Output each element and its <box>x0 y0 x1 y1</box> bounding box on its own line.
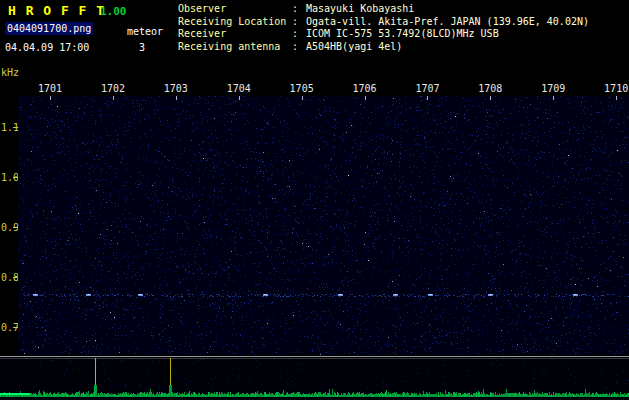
time-tick-label: 1703 <box>164 83 188 94</box>
info-label: Receiving Location <box>178 16 292 29</box>
mode-label: meteor <box>127 26 163 37</box>
time-tick-label: 1705 <box>290 83 314 94</box>
info-row: Observer: Masayuki Kobayashi <box>178 3 589 16</box>
info-row: Receiving antenna: A504HB(yagi 4el) <box>178 41 589 54</box>
time-tick-label: 1708 <box>478 83 502 94</box>
echo-count: 3 <box>139 42 145 53</box>
freq-tick-label: 1.1 <box>1 122 19 133</box>
info-colon: : <box>292 16 306 29</box>
info-label: Receiving antenna <box>178 41 292 54</box>
info-colon: : <box>292 28 306 41</box>
freq-axis-unit: kHz <box>1 67 19 78</box>
time-tick-label: 1709 <box>541 83 565 94</box>
freq-tick-label: 0.8 <box>1 272 19 283</box>
info-row: Receiving Location: Ogata-vill. Akita-Pr… <box>178 16 589 29</box>
info-colon: : <box>292 41 306 54</box>
output-filename: 0404091700.png <box>5 22 93 35</box>
info-row: Receiver: ICOM IC-575 53.7492(8LCD)MHz U… <box>178 28 589 41</box>
time-tick-label: 1701 <box>38 83 62 94</box>
info-value: ICOM IC-575 53.7492(8LCD)MHz USB <box>306 28 499 41</box>
info-value: Masayuki Kobayashi <box>306 3 414 16</box>
time-tick-label: 1710 <box>604 83 628 94</box>
freq-tick-label: 0.7 <box>1 322 19 333</box>
datetime-label: 04.04.09 17:00 <box>5 42 89 53</box>
info-label: Observer <box>178 3 292 16</box>
observer-info-block: Observer: Masayuki KobayashiReceiving Lo… <box>178 3 589 53</box>
time-tick-label: 1704 <box>227 83 251 94</box>
spectrogram-canvas <box>18 96 629 355</box>
time-tick-label: 1707 <box>415 83 439 94</box>
freq-tick-label: 1.0 <box>1 172 19 183</box>
app-version: 1.00 <box>100 5 127 18</box>
app-title: H R O F F T <box>8 3 105 18</box>
info-value: Ogata-vill. Akita-Pref. JAPAN (139.96E, … <box>306 16 589 29</box>
info-value: A504HB(yagi 4el) <box>306 41 402 54</box>
info-label: Receiver <box>178 28 292 41</box>
freq-tick-label: 0.9 <box>1 222 19 233</box>
time-tick-label: 1706 <box>353 83 377 94</box>
signal-level-canvas <box>0 356 629 400</box>
time-tick-label: 1702 <box>101 83 125 94</box>
hrofft-window: H R O F F T 1.00 0404091700.png meteor 0… <box>0 0 629 400</box>
info-colon: : <box>292 3 306 16</box>
